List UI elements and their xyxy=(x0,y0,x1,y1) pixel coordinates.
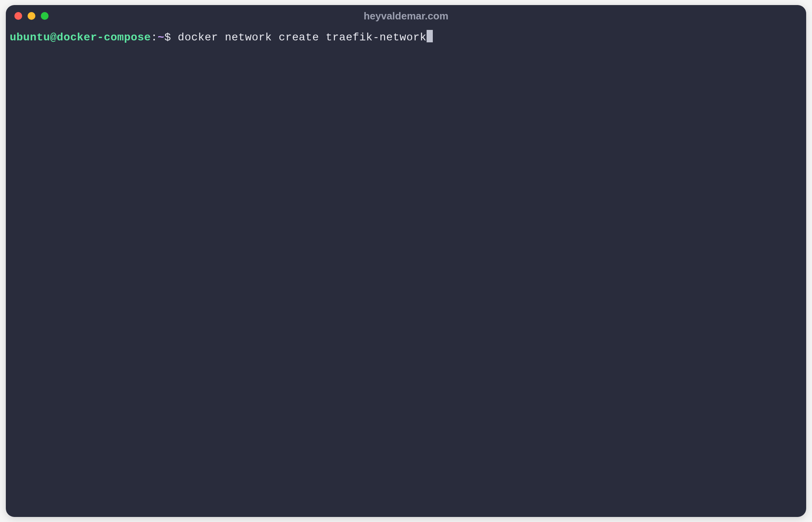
terminal-body[interactable]: ubuntu@docker-compose:~$ docker network … xyxy=(6,27,806,517)
close-icon[interactable] xyxy=(14,12,22,20)
maximize-icon[interactable] xyxy=(41,12,49,20)
prompt-path: ~ xyxy=(158,30,164,45)
window-title: heyvaldemar.com xyxy=(364,10,448,22)
traffic-lights xyxy=(14,12,49,20)
terminal-window: heyvaldemar.com ubuntu@docker-compose:~$… xyxy=(6,5,806,517)
prompt-symbol: $ xyxy=(164,30,171,45)
prompt-line: ubuntu@docker-compose:~$ docker network … xyxy=(10,30,802,45)
minimize-icon[interactable] xyxy=(28,12,35,20)
prompt-user-host: ubuntu@docker-compose xyxy=(10,30,151,45)
command-text: docker network create traefik-network xyxy=(171,30,427,45)
prompt-separator: : xyxy=(151,30,157,45)
title-bar: heyvaldemar.com xyxy=(6,5,806,27)
cursor-icon xyxy=(427,30,433,42)
